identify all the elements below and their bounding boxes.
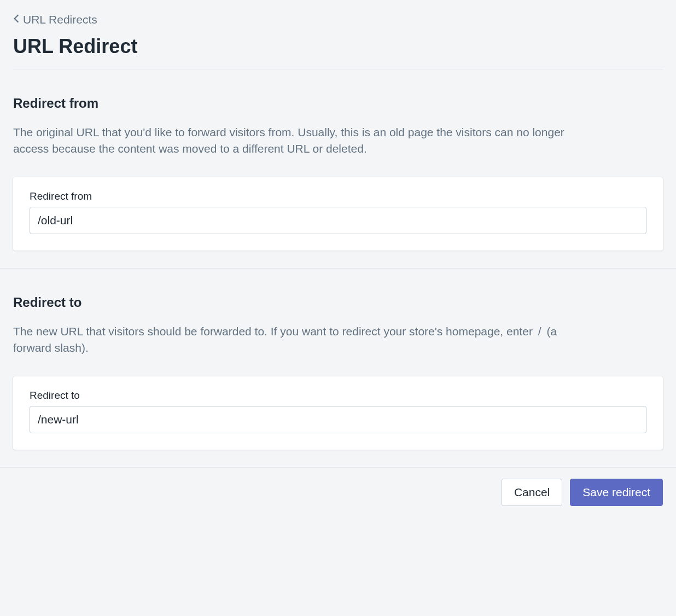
redirect-from-heading: Redirect from bbox=[13, 96, 663, 111]
redirect-from-section: Redirect from The original URL that you'… bbox=[13, 69, 663, 268]
redirect-from-input[interactable] bbox=[30, 207, 646, 234]
page-footer: Cancel Save redirect bbox=[0, 467, 676, 528]
redirect-to-section: Redirect to The new URL that visitors sh… bbox=[13, 269, 663, 467]
chevron-left-icon bbox=[13, 13, 20, 26]
page-container-lower: Redirect to The new URL that visitors sh… bbox=[0, 269, 676, 467]
redirect-to-description: The new URL that visitors should be forw… bbox=[13, 323, 571, 357]
redirect-from-label: Redirect from bbox=[30, 190, 646, 202]
breadcrumb-label: URL Redirects bbox=[23, 13, 97, 26]
save-redirect-button[interactable]: Save redirect bbox=[570, 479, 663, 506]
redirect-to-description-pre: The new URL that visitors should be forw… bbox=[13, 325, 536, 338]
redirect-from-description: The original URL that you'd like to forw… bbox=[13, 124, 571, 158]
breadcrumb-back-link[interactable]: URL Redirects bbox=[13, 13, 663, 26]
redirect-to-heading: Redirect to bbox=[13, 295, 663, 310]
redirect-to-description-code: / bbox=[536, 325, 544, 338]
redirect-to-input[interactable] bbox=[30, 406, 646, 433]
page-title: URL Redirect bbox=[13, 35, 663, 58]
cancel-button[interactable]: Cancel bbox=[502, 479, 562, 506]
redirect-from-card: Redirect from bbox=[13, 177, 663, 251]
redirect-to-label: Redirect to bbox=[30, 390, 646, 402]
page-container: URL Redirects URL Redirect Redirect from… bbox=[0, 0, 676, 268]
redirect-to-card: Redirect to bbox=[13, 376, 663, 450]
